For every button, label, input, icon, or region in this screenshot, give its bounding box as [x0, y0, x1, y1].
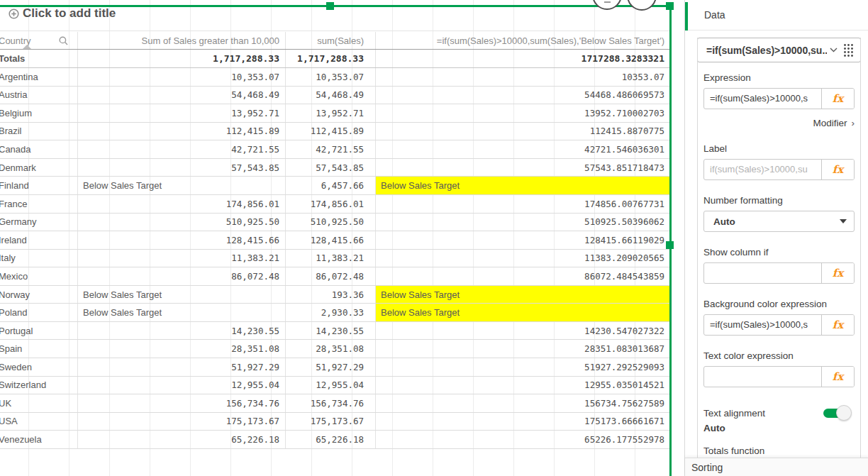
cell-country[interactable]: Finland	[0, 177, 78, 194]
cell-country[interactable]: Norway	[0, 286, 78, 304]
cell-sum-gt: 174,856.01	[78, 195, 286, 213]
column-header-sum-gt[interactable]: Sum of Sales greater than 10,000	[78, 32, 286, 49]
cell-sum-gt: Below Sales Target	[78, 177, 286, 194]
label-input-group: if(sum(Sales)>10000,su fx	[703, 159, 855, 180]
cell-sum-gt: 10,353.07	[78, 68, 286, 86]
cell-sum-sales: 193.36	[286, 286, 376, 304]
fx-icon: fx	[833, 92, 843, 105]
sort-ascending-icon	[23, 45, 31, 49]
cell-country[interactable]: Denmark	[0, 159, 78, 177]
cell-country[interactable]: Mexico	[0, 267, 78, 285]
cell-country[interactable]: Sweden	[0, 358, 78, 376]
measure-item-header[interactable]: =if(sum(Sales)>10000,su...	[697, 38, 861, 62]
show-column-if-input[interactable]	[704, 263, 821, 283]
column-header-sum-sales[interactable]: sum(Sales)	[286, 32, 376, 49]
caret-down-icon	[840, 219, 847, 223]
cell-if-expression: 156734.75627589	[376, 394, 669, 412]
table-row: Sweden51,927.2951,927.2951927.292529093	[0, 358, 669, 377]
resize-handle-top[interactable]	[326, 2, 334, 10]
show-column-if-label: Show column if	[703, 247, 855, 258]
column-header-if-expression[interactable]: =if(sum(Sales)>10000,sum(Sales),'Below S…	[376, 32, 669, 49]
cell-sum-gt: 57,543.85	[78, 159, 286, 177]
cell-if-expression: Below Sales Target	[376, 177, 669, 194]
column-header-country[interactable]: Country	[0, 32, 78, 49]
cell-if-expression: 11383.209020565	[376, 250, 669, 267]
cell-sum-gt: 112,415.89	[78, 123, 286, 140]
cell-country[interactable]: France	[0, 195, 78, 213]
fx-icon: fx	[833, 319, 843, 331]
table-row: UK156,734.76156,734.76156734.75627589	[0, 394, 669, 413]
selection-border-top	[0, 5, 672, 7]
cell-country[interactable]: Ireland	[0, 231, 78, 249]
resize-handle-top-right[interactable]	[666, 2, 674, 10]
cell-country[interactable]: UK	[0, 394, 78, 412]
cell-country[interactable]: Venezuela	[0, 431, 78, 448]
cell-if-expression: 175173.66661671	[376, 413, 669, 431]
text-alignment-toggle[interactable]	[823, 406, 849, 420]
cell-if-expression: 65226.177552978	[376, 431, 669, 448]
cell-sum-sales: 57,543.85	[286, 159, 376, 177]
cell-country[interactable]: Austria	[0, 87, 78, 104]
label-editor-button[interactable]: fx	[821, 160, 854, 179]
sheet-canvas: Click to add title Country Sum of Sales …	[0, 0, 684, 476]
expression-editor-button[interactable]: fx	[821, 89, 854, 109]
cell-sum-sales: 28,351.08	[286, 340, 376, 358]
chevron-down-icon	[830, 48, 838, 52]
cell-if-expression: 54468.486069573	[376, 87, 669, 104]
cell-country[interactable]: Spain	[0, 340, 78, 358]
cell-country[interactable]: Argentina	[0, 68, 78, 86]
cell-sum-gt: 42,721.55	[78, 140, 286, 158]
column-header-label: =if(sum(Sales)>10000,sum(Sales),'Below S…	[437, 35, 664, 46]
cell-sum-gt: 54,468.49	[78, 87, 286, 104]
text-alignment-row: Text alignment	[703, 406, 855, 420]
cell-country[interactable]: Switzerland	[0, 377, 78, 394]
label-input[interactable]: if(sum(Sales)>10000,su	[704, 160, 821, 179]
cell-if-expression: 12955.035014521	[376, 377, 669, 394]
table-row: Denmark57,543.8557,543.8557543.851718473	[0, 159, 669, 177]
table-row: Italy11,383.2111,383.2111383.209020565	[0, 250, 669, 268]
cell-if-expression: 51927.292529093	[376, 358, 669, 376]
sorting-section-header[interactable]: Sorting	[685, 458, 868, 476]
cell-country[interactable]: Belgium	[0, 104, 78, 122]
table-header-row: Country Sum of Sales greater than 10,000…	[0, 32, 669, 50]
expression-input[interactable]: =if(sum(Sales)>10000,s	[704, 89, 821, 109]
resize-handle-right[interactable]	[666, 241, 674, 249]
cell-country[interactable]: Italy	[0, 250, 78, 267]
cell-sum-gt: Below Sales Target	[78, 304, 286, 321]
totals-col3: 1,717,288.33	[286, 50, 376, 67]
text-color-input[interactable]	[704, 367, 821, 387]
text-color-editor-button[interactable]: fx	[821, 367, 854, 387]
cell-if-expression: 128415.66119029	[376, 231, 669, 249]
show-column-if-input-group: fx	[703, 262, 855, 284]
cell-sum-sales: 54,468.49	[286, 87, 376, 104]
background-color-input[interactable]: =if(sum(Sales)>10000,s	[704, 315, 821, 335]
cell-sum-gt: 86,072.48	[78, 267, 286, 285]
cell-sum-gt: 156,734.76	[78, 394, 286, 412]
label-label: Label	[703, 143, 855, 155]
number-formatting-label: Number formatting	[703, 195, 855, 206]
number-formatting-value: Auto	[713, 216, 840, 227]
cell-sum-sales: 11,383.21	[286, 250, 376, 267]
straight-table[interactable]: Country Sum of Sales greater than 10,000…	[0, 32, 669, 449]
drag-handle-icon[interactable]	[843, 43, 854, 57]
cell-sum-sales: 10,353.07	[286, 68, 376, 86]
cell-country[interactable]: Portugal	[0, 322, 78, 340]
cell-if-expression: Below Sales Target	[376, 286, 669, 304]
search-icon[interactable]	[59, 36, 68, 45]
table-row: Venezuela65,226.1865,226.1865226.1775529…	[0, 431, 669, 449]
app-window: Click to add title Country Sum of Sales …	[0, 0, 868, 476]
cell-country[interactable]: Brazil	[0, 123, 78, 140]
cell-country[interactable]: Poland	[0, 304, 78, 321]
show-column-if-editor-button[interactable]: fx	[821, 263, 854, 283]
cell-if-expression: 42721.546036301	[376, 140, 669, 158]
cell-country[interactable]: Canada	[0, 140, 78, 158]
table-row: France174,856.01174,856.01174856.0076773…	[0, 195, 669, 214]
cell-sum-sales: 174,856.01	[286, 195, 376, 213]
number-formatting-select[interactable]: Auto	[703, 211, 855, 232]
cell-country[interactable]: USA	[0, 413, 78, 431]
add-title-button[interactable]: Click to add title	[9, 6, 116, 21]
background-color-editor-button[interactable]: fx	[821, 315, 854, 335]
modifier-link[interactable]: Modifier›	[703, 118, 855, 128]
measure-accordion: =if(sum(Sales)>10000,su... Expression =i…	[697, 38, 861, 458]
cell-country[interactable]: Germany	[0, 214, 78, 231]
